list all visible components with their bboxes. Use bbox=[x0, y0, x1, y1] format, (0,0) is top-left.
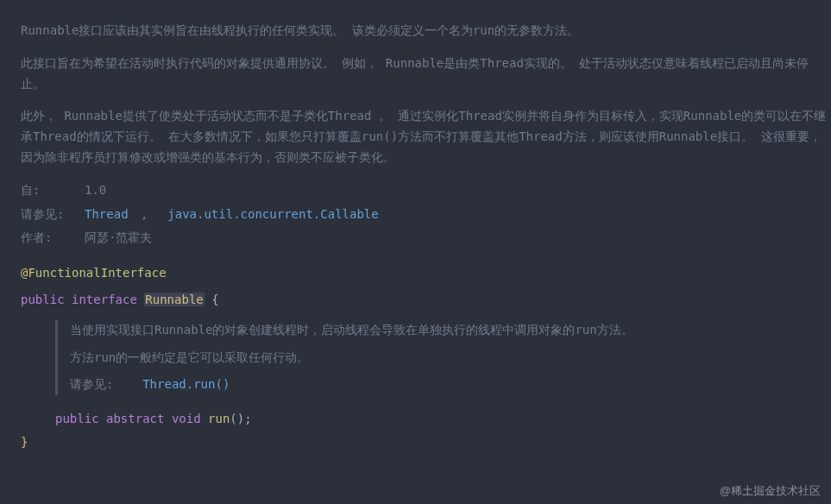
method-doc-paragraph: 当使用实现接口Runnable的对象创建线程时，启动线程会导致在单独执行的线程中… bbox=[70, 320, 831, 341]
method-see-label: 请参见: bbox=[70, 377, 113, 391]
watermark: @稀土掘金技术社区 bbox=[720, 483, 821, 499]
since-label: 自: bbox=[21, 180, 85, 201]
keyword-abstract: abstract bbox=[106, 412, 164, 425]
javadoc-paragraph: Runnable接口应该由其实例旨在由线程执行的任何类实现。 该类必须定义一个名… bbox=[21, 21, 831, 41]
see-also-link-callable[interactable]: java.util.concurrent.Callable bbox=[167, 205, 378, 225]
semicolon: ; bbox=[244, 412, 251, 425]
type-runnable: Runnable bbox=[144, 293, 204, 306]
method-doc-paragraph: 方法run的一般约定是它可以采取任何行动。 bbox=[70, 348, 831, 369]
interface-declaration: public interface Runnable { bbox=[21, 288, 831, 312]
method-parens: () bbox=[230, 412, 244, 425]
since-value: 1.0 bbox=[85, 180, 106, 201]
javadoc-paragraph: 此外， Runnable提供了使类处于活动状态而不是子类化Thread 。 通过… bbox=[21, 106, 831, 167]
see-also-label: 请参见: bbox=[21, 205, 85, 225]
method-see-link[interactable]: Thread.run() bbox=[142, 377, 230, 391]
author-label: 作者: bbox=[21, 228, 85, 249]
author-value: 阿瑟·范霍夫 bbox=[85, 228, 152, 249]
close-brace: } bbox=[21, 435, 28, 449]
keyword-public: public bbox=[55, 412, 99, 425]
method-name-run: run bbox=[208, 412, 230, 425]
keyword-void: void bbox=[172, 412, 201, 425]
keyword-interface: interface bbox=[72, 293, 137, 306]
method-declaration: public abstract void run(); bbox=[55, 407, 831, 431]
open-brace: { bbox=[211, 293, 218, 306]
see-also-link-thread[interactable]: Thread bbox=[85, 205, 129, 225]
annotation-functional-interface: @FunctionalInterface bbox=[21, 266, 831, 280]
javadoc-paragraph: 此接口旨在为希望在活动时执行代码的对象提供通用协议。 例如， Runnable是… bbox=[21, 54, 831, 95]
keyword-public: public bbox=[21, 293, 65, 306]
separator: , bbox=[134, 205, 163, 225]
